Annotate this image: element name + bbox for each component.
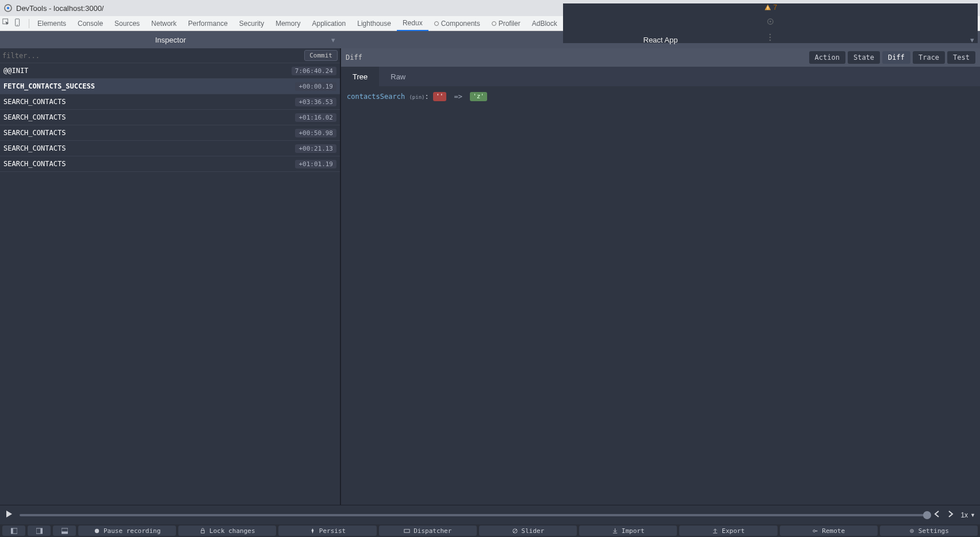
action-time: +01:16.02 bbox=[295, 113, 336, 122]
svg-point-33 bbox=[911, 530, 912, 531]
svg-rect-10 bbox=[767, 9, 768, 10]
diff-key: contactsSearch bbox=[347, 93, 405, 101]
step-back-button[interactable] bbox=[933, 510, 941, 520]
app-dropdown-icon[interactable]: ▾ bbox=[970, 36, 974, 44]
action-name: @@INIT bbox=[3, 67, 28, 75]
timeline-slider[interactable] bbox=[20, 514, 927, 516]
devtools-tab-application[interactable]: Application bbox=[307, 16, 352, 31]
detail-panel: Diff ActionStateDiffTraceTest Tree Raw c… bbox=[341, 48, 980, 505]
filter-input[interactable] bbox=[0, 52, 304, 60]
speed-selector[interactable]: 1x ▼ bbox=[960, 511, 975, 519]
action-time: +01:01.19 bbox=[295, 160, 336, 168]
bottom-lock-changes-button[interactable]: Lock changes bbox=[178, 526, 276, 536]
bottom-export-button[interactable]: Export bbox=[679, 526, 777, 536]
action-name: SEARCH_CONTACTS bbox=[3, 129, 66, 137]
view-tab-action[interactable]: Action bbox=[809, 51, 845, 64]
svg-rect-19 bbox=[40, 528, 43, 533]
diff-tree: contactsSearch (pin): '' => 'z' bbox=[341, 86, 980, 107]
bottom-slider-button[interactable]: Slider bbox=[479, 526, 577, 536]
svg-rect-23 bbox=[201, 530, 205, 533]
bottom-settings-button[interactable]: Settings bbox=[880, 526, 978, 536]
action-row[interactable]: SEARCH_CONTACTS+01:01.19 bbox=[0, 156, 340, 172]
slider-thumb[interactable] bbox=[923, 511, 931, 519]
inspector-panel: Commit @@INIT7:06:40.24FETCH_CONTACTS_SU… bbox=[0, 48, 341, 505]
layout-left-button[interactable] bbox=[2, 526, 25, 536]
timeline-bar: 1x ▼ bbox=[0, 505, 980, 524]
action-row[interactable]: SEARCH_CONTACTS+03:36.53 bbox=[0, 94, 340, 110]
action-time: +00:21.13 bbox=[295, 144, 336, 153]
detail-header-label: Diff bbox=[346, 53, 362, 62]
action-name: SEARCH_CONTACTS bbox=[3, 113, 66, 121]
devtools-tab-network[interactable]: Network bbox=[146, 16, 182, 31]
app-icon bbox=[3, 3, 13, 13]
svg-point-29 bbox=[813, 530, 816, 532]
layout-right-button[interactable] bbox=[28, 526, 51, 536]
devtools-tab-elements[interactable]: Elements bbox=[32, 16, 72, 31]
warnings-badge[interactable]: 7 bbox=[764, 3, 778, 11]
action-row[interactable]: SEARCH_CONTACTS+01:16.02 bbox=[0, 110, 340, 125]
view-tab-test[interactable]: Test bbox=[947, 51, 975, 64]
devtools-tab-memory[interactable]: Memory bbox=[270, 16, 306, 31]
action-time: 7:06:40.24 bbox=[292, 67, 336, 75]
devtools-tab-performance[interactable]: Performance bbox=[182, 16, 233, 31]
diff-old-value: '' bbox=[433, 92, 446, 101]
devtools-tab-adblock[interactable]: AdBlock bbox=[526, 16, 563, 31]
action-name: SEARCH_CONTACTS bbox=[3, 160, 66, 168]
tree-tab[interactable]: Tree bbox=[341, 67, 379, 86]
devtools-tab-console[interactable]: Console bbox=[72, 16, 109, 31]
warnings-count: 7 bbox=[774, 3, 778, 11]
inspect-icon[interactable] bbox=[2, 18, 10, 28]
devtools-tab-components[interactable]: Components bbox=[428, 16, 486, 31]
inspector-title: Inspector bbox=[155, 36, 186, 44]
app-selector-title: React App bbox=[644, 36, 678, 44]
bottom-remote-button[interactable]: Remote bbox=[780, 526, 878, 536]
step-forward-button[interactable] bbox=[947, 510, 955, 520]
action-row[interactable]: SEARCH_CONTACTS+00:50.98 bbox=[0, 125, 340, 141]
diff-arrow: => bbox=[454, 93, 462, 101]
bottom-toolbar: Pause recordingLock changesPersistDispat… bbox=[0, 524, 980, 537]
devtools-tab-sources[interactable]: Sources bbox=[109, 16, 146, 31]
action-time: +00:50.98 bbox=[295, 129, 336, 137]
svg-point-30 bbox=[817, 530, 818, 531]
react-badge-icon bbox=[492, 21, 496, 26]
svg-point-22 bbox=[95, 528, 99, 532]
action-name: FETCH_CONTACTS_SUCCESS bbox=[3, 82, 95, 90]
action-time: +03:36.53 bbox=[295, 98, 336, 106]
panel-headers: Inspector ▾ React App ▾ bbox=[0, 31, 980, 48]
pin-label[interactable]: (pin) bbox=[409, 94, 424, 100]
svg-rect-24 bbox=[404, 529, 409, 532]
svg-rect-9 bbox=[767, 6, 768, 9]
inspector-dropdown-icon[interactable]: ▾ bbox=[331, 36, 335, 44]
devtools-tab-redux[interactable]: Redux bbox=[397, 16, 428, 31]
devtools-tabbar: ElementsConsoleSourcesNetworkPerformance… bbox=[0, 16, 980, 31]
bottom-import-button[interactable]: Import bbox=[579, 526, 677, 536]
bottom-pause-recording-button[interactable]: Pause recording bbox=[78, 526, 176, 536]
settings-gear-icon[interactable] bbox=[766, 17, 775, 28]
svg-point-8 bbox=[17, 25, 17, 25]
svg-rect-17 bbox=[11, 528, 13, 533]
diff-new-value: 'z' bbox=[470, 92, 487, 101]
devtools-tab-profiler[interactable]: Profiler bbox=[486, 16, 526, 31]
view-tab-diff[interactable]: Diff bbox=[882, 51, 910, 64]
svg-line-28 bbox=[513, 529, 516, 532]
commit-button[interactable]: Commit bbox=[304, 50, 338, 61]
action-row[interactable]: SEARCH_CONTACTS+00:21.13 bbox=[0, 141, 340, 156]
devtools-tab-security[interactable]: Security bbox=[233, 16, 270, 31]
action-name: SEARCH_CONTACTS bbox=[3, 98, 66, 106]
svg-point-1 bbox=[7, 7, 9, 9]
action-row[interactable]: FETCH_CONTACTS_SUCCESS+00:00.19 bbox=[0, 79, 340, 94]
layout-bottom-button[interactable] bbox=[53, 526, 76, 536]
action-name: SEARCH_CONTACTS bbox=[3, 144, 66, 152]
action-time: +00:00.19 bbox=[295, 82, 336, 91]
action-row[interactable]: @@INIT7:06:40.24 bbox=[0, 63, 340, 79]
devtools-tab-lighthouse[interactable]: Lighthouse bbox=[351, 16, 397, 31]
play-button[interactable] bbox=[5, 509, 14, 520]
view-tab-trace[interactable]: Trace bbox=[913, 51, 945, 64]
svg-point-12 bbox=[770, 21, 771, 22]
bottom-dispatcher-button[interactable]: Dispatcher bbox=[379, 526, 477, 536]
react-badge-icon bbox=[434, 21, 439, 26]
raw-tab[interactable]: Raw bbox=[379, 67, 417, 86]
view-tab-state[interactable]: State bbox=[848, 51, 880, 64]
device-icon[interactable] bbox=[14, 18, 22, 28]
bottom-persist-button[interactable]: Persist bbox=[278, 526, 376, 536]
